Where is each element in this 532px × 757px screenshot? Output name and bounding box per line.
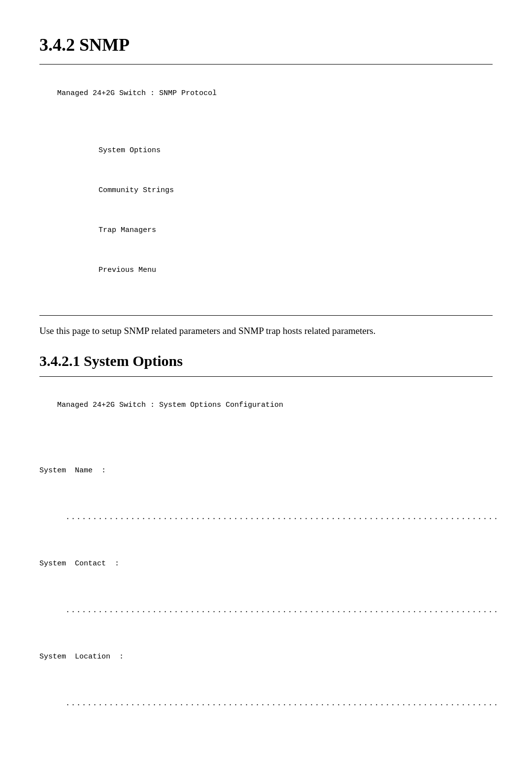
field-system-contact-label: System Contact : (39, 556, 493, 572)
divider-top-snmp (39, 64, 493, 65)
menu-item-1: System Options (99, 144, 493, 157)
section-title: 3.4.2 SNMP (39, 34, 493, 55)
menu-item-3: Trap Managers (99, 224, 493, 237)
field-system-name-label: System Name : (39, 463, 493, 479)
subsection-title: 3.4.2.1 System Options (39, 353, 493, 369)
sysopts-fields-block: System Name : ..........................… (39, 429, 493, 747)
field-system-name-input[interactable]: ........................................… (39, 510, 493, 526)
page-container: 3.4.2 SNMP Managed 24+2G Switch : SNMP P… (0, 0, 532, 757)
divider-top-sysopts (39, 376, 493, 377)
divider-bottom-snmp (39, 315, 493, 316)
snmp-menu-block: Managed 24+2G Switch : SNMP Protocol (39, 69, 493, 117)
sysopts-header-block: Managed 24+2G Switch : System Options Co… (39, 382, 493, 429)
menu-item-4: Previous Menu (99, 263, 493, 277)
snmp-menu-items: System Options Community Strings Trap Ma… (39, 117, 493, 308)
field-system-location-label: System Location : (39, 649, 493, 665)
field-system-contact-input[interactable]: ........................................… (39, 603, 493, 619)
snmp-description: Use this page to setup SNMP related para… (39, 324, 493, 338)
snmp-menu-header: Managed 24+2G Switch : SNMP Protocol (57, 89, 217, 98)
sysopts-config-header: Managed 24+2G Switch : System Options Co… (57, 401, 283, 409)
field-system-location-input[interactable]: ........................................… (39, 696, 493, 712)
action-line-block: action-> <Quit> <Edit> <Save> (39, 747, 493, 757)
menu-item-2: Community Strings (99, 184, 493, 197)
